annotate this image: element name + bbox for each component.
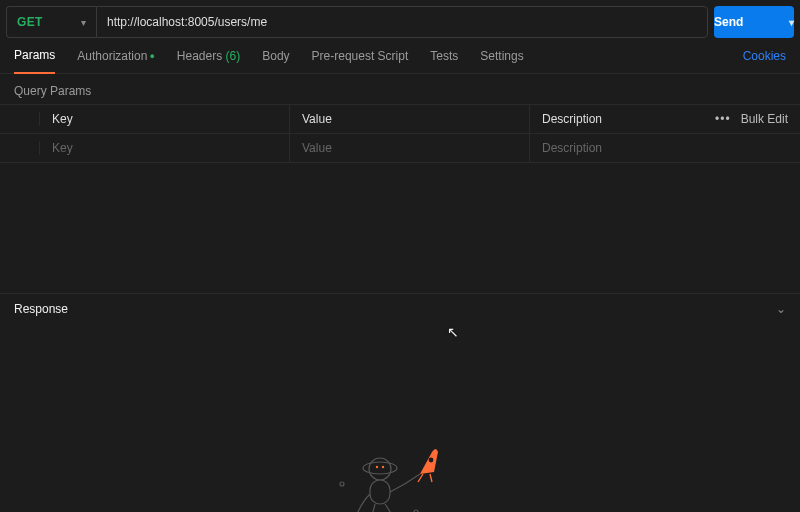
svg-point-0 <box>369 458 391 480</box>
send-label: Send <box>714 15 743 29</box>
query-params-header: Key Value Description ••• Bulk Edit <box>0 104 800 134</box>
tab-authorization[interactable]: Authorization● <box>77 49 154 73</box>
col-value: Value <box>290 105 530 133</box>
svg-point-1 <box>376 466 378 468</box>
empty-state-illustration <box>320 434 480 512</box>
response-header[interactable]: Response ⌄ <box>0 293 800 324</box>
tab-headers[interactable]: Headers (6) <box>177 49 240 73</box>
method-value: GET <box>17 15 43 29</box>
value-input[interactable]: Value <box>290 134 530 162</box>
tab-params[interactable]: Params <box>14 48 55 74</box>
svg-point-8 <box>429 458 434 463</box>
chevron-down-icon[interactable]: ▾ <box>789 17 794 28</box>
tab-body[interactable]: Body <box>262 49 289 73</box>
tab-tests[interactable]: Tests <box>430 49 458 73</box>
svg-point-5 <box>340 482 344 486</box>
tab-settings[interactable]: Settings <box>480 49 523 73</box>
query-param-row[interactable]: Key Value Description <box>0 134 800 163</box>
query-params-label: Query Params <box>0 74 800 104</box>
url-input[interactable]: http://localhost:8005/users/me <box>96 6 708 38</box>
cookies-link[interactable]: Cookies <box>743 49 786 73</box>
chevron-down-icon: ⌄ <box>776 302 786 316</box>
url-value: http://localhost:8005/users/me <box>107 15 267 29</box>
description-input[interactable]: Description <box>530 134 800 162</box>
chevron-down-icon: ▾ <box>81 17 86 28</box>
col-description: Description <box>542 112 602 126</box>
tab-pre-request[interactable]: Pre-request Script <box>312 49 409 73</box>
svg-rect-4 <box>370 480 390 504</box>
dot-icon: ● <box>149 51 154 61</box>
more-icon[interactable]: ••• <box>715 112 731 126</box>
cursor-icon: ↖ <box>447 324 459 340</box>
svg-point-2 <box>382 466 384 468</box>
key-input[interactable]: Key <box>40 134 290 162</box>
response-label: Response <box>14 302 68 316</box>
request-tabs: Params Authorization● Headers (6) Body P… <box>0 38 800 74</box>
bulk-edit-button[interactable]: Bulk Edit <box>741 112 788 126</box>
col-key: Key <box>40 105 290 133</box>
method-selector[interactable]: GET ▾ <box>6 6 96 38</box>
send-button[interactable]: Send ▾ <box>714 6 794 38</box>
